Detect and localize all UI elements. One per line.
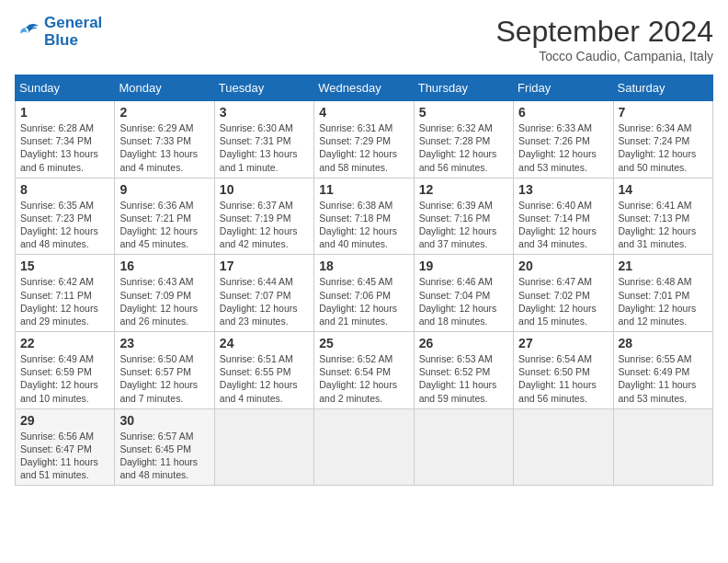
calendar-cell: 14Sunrise: 6:41 AMSunset: 7:13 PMDayligh… <box>613 178 712 255</box>
calendar-cell: 22Sunrise: 6:49 AMSunset: 6:59 PMDayligh… <box>16 332 115 409</box>
day-info: Sunrise: 6:49 AMSunset: 6:59 PMDaylight:… <box>20 352 109 405</box>
calendar-cell: 16Sunrise: 6:43 AMSunset: 7:09 PMDayligh… <box>115 255 214 332</box>
logo: General Blue <box>15 15 102 49</box>
weekday-header-tuesday: Tuesday <box>214 75 313 101</box>
day-number: 17 <box>220 259 309 273</box>
day-number: 3 <box>220 105 309 120</box>
day-number: 16 <box>119 259 209 273</box>
calendar-cell: 7Sunrise: 6:34 AMSunset: 7:24 PMDaylight… <box>613 101 712 178</box>
calendar-week-row: 22Sunrise: 6:49 AMSunset: 6:59 PMDayligh… <box>16 332 713 409</box>
day-info: Sunrise: 6:35 AMSunset: 7:23 PMDaylight:… <box>20 199 109 251</box>
calendar-cell: 4Sunrise: 6:31 AMSunset: 7:29 PMDaylight… <box>314 101 414 178</box>
calendar-cell: 23Sunrise: 6:50 AMSunset: 6:57 PMDayligh… <box>115 332 214 409</box>
day-info: Sunrise: 6:40 AMSunset: 7:14 PMDaylight:… <box>518 199 608 251</box>
day-number: 24 <box>220 336 309 350</box>
calendar-week-row: 29Sunrise: 6:56 AMSunset: 6:47 PMDayligh… <box>16 408 713 486</box>
day-info: Sunrise: 6:34 AMSunset: 7:24 PMDaylight:… <box>619 121 708 174</box>
calendar-cell: 30Sunrise: 6:57 AMSunset: 6:45 PMDayligh… <box>115 408 214 486</box>
calendar-cell: 10Sunrise: 6:37 AMSunset: 7:19 PMDayligh… <box>214 178 313 255</box>
day-number: 18 <box>319 259 408 273</box>
day-number: 7 <box>619 105 708 120</box>
calendar-cell: 11Sunrise: 6:38 AMSunset: 7:18 PMDayligh… <box>314 178 414 255</box>
day-number: 2 <box>119 105 209 120</box>
day-info: Sunrise: 6:38 AMSunset: 7:18 PMDaylight:… <box>319 199 408 251</box>
day-number: 1 <box>20 105 109 120</box>
day-info: Sunrise: 6:41 AMSunset: 7:13 PMDaylight:… <box>619 199 708 251</box>
day-info: Sunrise: 6:53 AMSunset: 6:52 PMDaylight:… <box>419 352 508 405</box>
calendar-cell: 2Sunrise: 6:29 AMSunset: 7:33 PMDaylight… <box>115 101 214 178</box>
day-number: 6 <box>518 105 608 120</box>
day-number: 26 <box>419 336 508 350</box>
day-info: Sunrise: 6:48 AMSunset: 7:01 PMDaylight:… <box>619 275 708 327</box>
day-number: 9 <box>119 182 209 197</box>
calendar-cell: 19Sunrise: 6:46 AMSunset: 7:04 PMDayligh… <box>414 255 513 332</box>
day-number: 25 <box>319 336 408 350</box>
weekday-header-monday: Monday <box>115 75 214 101</box>
calendar-cell: 21Sunrise: 6:48 AMSunset: 7:01 PMDayligh… <box>613 255 712 332</box>
day-number: 21 <box>619 259 708 273</box>
day-number: 4 <box>319 105 408 120</box>
day-number: 20 <box>518 259 608 273</box>
calendar-cell: 13Sunrise: 6:40 AMSunset: 7:14 PMDayligh… <box>514 178 613 255</box>
weekday-header-wednesday: Wednesday <box>314 75 414 101</box>
calendar-cell: 3Sunrise: 6:30 AMSunset: 7:31 PMDaylight… <box>214 101 313 178</box>
calendar-cell: 6Sunrise: 6:33 AMSunset: 7:26 PMDaylight… <box>514 101 613 178</box>
location: Tocco Caudio, Campania, Italy <box>495 49 713 63</box>
calendar-cell: 20Sunrise: 6:47 AMSunset: 7:02 PMDayligh… <box>514 255 613 332</box>
day-info: Sunrise: 6:32 AMSunset: 7:28 PMDaylight:… <box>419 121 508 174</box>
calendar-cell: 8Sunrise: 6:35 AMSunset: 7:23 PMDaylight… <box>16 178 115 255</box>
day-info: Sunrise: 6:28 AMSunset: 7:34 PMDaylight:… <box>20 121 109 174</box>
calendar-table: SundayMondayTuesdayWednesdayThursdayFrid… <box>15 75 713 486</box>
logo-text: General Blue <box>44 15 102 49</box>
day-info: Sunrise: 6:51 AMSunset: 6:55 PMDaylight:… <box>220 352 309 405</box>
calendar-cell: 27Sunrise: 6:54 AMSunset: 6:50 PMDayligh… <box>514 332 613 409</box>
calendar-cell: 5Sunrise: 6:32 AMSunset: 7:28 PMDaylight… <box>414 101 513 178</box>
day-number: 11 <box>319 182 408 197</box>
page-header: General Blue September 2024 Tocco Caudio… <box>15 15 713 63</box>
month-title: September 2024 <box>495 15 713 49</box>
day-info: Sunrise: 6:50 AMSunset: 6:57 PMDaylight:… <box>119 352 209 405</box>
calendar-cell: 15Sunrise: 6:42 AMSunset: 7:11 PMDayligh… <box>16 255 115 332</box>
day-info: Sunrise: 6:31 AMSunset: 7:29 PMDaylight:… <box>319 121 408 174</box>
day-number: 8 <box>20 182 109 197</box>
weekday-header-saturday: Saturday <box>613 75 712 101</box>
calendar-cell: 26Sunrise: 6:53 AMSunset: 6:52 PMDayligh… <box>414 332 513 409</box>
calendar-cell <box>514 408 613 486</box>
day-number: 14 <box>619 182 708 197</box>
title-section: September 2024 Tocco Caudio, Campania, I… <box>495 15 713 63</box>
weekday-header-thursday: Thursday <box>414 75 513 101</box>
day-number: 23 <box>119 336 209 350</box>
day-number: 15 <box>20 259 109 273</box>
day-info: Sunrise: 6:57 AMSunset: 6:45 PMDaylight:… <box>119 430 209 482</box>
day-number: 19 <box>419 259 508 273</box>
day-number: 22 <box>20 336 109 350</box>
weekday-header-sunday: Sunday <box>16 75 115 101</box>
calendar-cell: 25Sunrise: 6:52 AMSunset: 6:54 PMDayligh… <box>314 332 414 409</box>
calendar-cell: 18Sunrise: 6:45 AMSunset: 7:06 PMDayligh… <box>314 255 414 332</box>
calendar-cell <box>314 408 414 486</box>
day-info: Sunrise: 6:45 AMSunset: 7:06 PMDaylight:… <box>319 275 408 327</box>
calendar-header-row: SundayMondayTuesdayWednesdayThursdayFrid… <box>16 75 713 101</box>
calendar-cell: 29Sunrise: 6:56 AMSunset: 6:47 PMDayligh… <box>16 408 115 486</box>
day-number: 27 <box>518 336 608 350</box>
calendar-cell <box>214 408 313 486</box>
day-number: 28 <box>619 336 708 350</box>
day-number: 29 <box>20 413 109 428</box>
day-info: Sunrise: 6:30 AMSunset: 7:31 PMDaylight:… <box>220 121 309 174</box>
day-number: 10 <box>220 182 309 197</box>
day-info: Sunrise: 6:36 AMSunset: 7:21 PMDaylight:… <box>119 199 209 251</box>
day-info: Sunrise: 6:39 AMSunset: 7:16 PMDaylight:… <box>419 199 508 251</box>
day-info: Sunrise: 6:43 AMSunset: 7:09 PMDaylight:… <box>119 275 209 327</box>
calendar-cell: 9Sunrise: 6:36 AMSunset: 7:21 PMDaylight… <box>115 178 214 255</box>
calendar-week-row: 1Sunrise: 6:28 AMSunset: 7:34 PMDaylight… <box>16 101 713 178</box>
day-number: 30 <box>119 413 209 428</box>
day-info: Sunrise: 6:37 AMSunset: 7:19 PMDaylight:… <box>220 199 309 251</box>
weekday-header-friday: Friday <box>514 75 613 101</box>
day-info: Sunrise: 6:29 AMSunset: 7:33 PMDaylight:… <box>119 121 209 174</box>
calendar-cell: 17Sunrise: 6:44 AMSunset: 7:07 PMDayligh… <box>214 255 313 332</box>
day-info: Sunrise: 6:44 AMSunset: 7:07 PMDaylight:… <box>220 275 309 327</box>
day-info: Sunrise: 6:55 AMSunset: 6:49 PMDaylight:… <box>619 352 708 405</box>
day-info: Sunrise: 6:33 AMSunset: 7:26 PMDaylight:… <box>518 121 608 174</box>
calendar-cell <box>613 408 712 486</box>
day-info: Sunrise: 6:46 AMSunset: 7:04 PMDaylight:… <box>419 275 508 327</box>
